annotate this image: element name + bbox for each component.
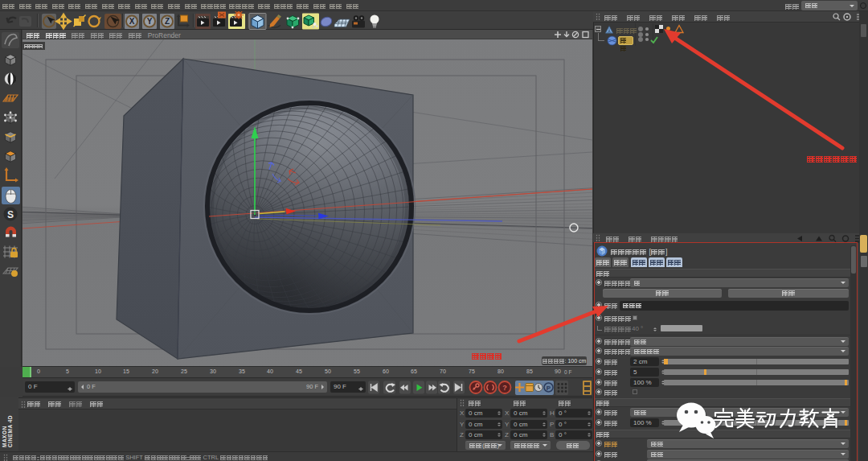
svg-text:S: S	[7, 209, 14, 220]
svg-text:P: P	[547, 385, 551, 392]
svg-text:Z: Z	[165, 17, 170, 26]
svg-text:?: ?	[502, 384, 507, 392]
svg-text:Y: Y	[147, 17, 153, 26]
svg-text:X: X	[129, 17, 135, 26]
